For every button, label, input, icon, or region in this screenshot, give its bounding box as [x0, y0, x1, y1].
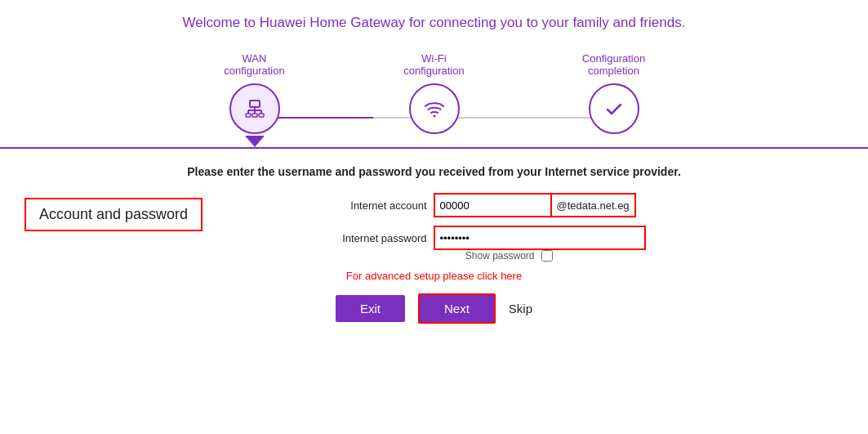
buttons-row: Exit Next Skip	[336, 293, 532, 324]
step-wifi: Wi-Ficonfiguration	[345, 47, 524, 147]
password-input[interactable]	[434, 226, 646, 250]
password-field-row: Internet password	[321, 226, 646, 250]
account-label: Internet account	[321, 199, 427, 212]
account-input[interactable]	[434, 193, 552, 217]
steps-row: WANconfiguration	[149, 47, 720, 147]
step-wan-icon-wrapper	[229, 83, 280, 134]
step-wifi-icon-wrapper	[409, 83, 460, 134]
check-icon	[601, 96, 627, 122]
show-password-checkbox[interactable]	[541, 250, 553, 262]
svg-rect-6	[246, 114, 251, 117]
step-wan: WANconfiguration	[165, 47, 345, 147]
step-completion: Configurationcompletion	[524, 47, 704, 147]
svg-point-9	[433, 115, 435, 118]
show-password-row: Show password	[429, 250, 553, 262]
password-label: Internet password	[321, 232, 427, 244]
wan-icon	[242, 96, 268, 122]
svg-rect-8	[259, 114, 264, 117]
step-wan-label: WANconfiguration	[224, 47, 284, 77]
svg-rect-0	[250, 101, 260, 107]
header-title: Welcome to Huawei Home Gateway for conne…	[0, 0, 868, 39]
step-wan-pointer	[245, 136, 265, 147]
instruction-text: Please enter the username and password y…	[187, 165, 681, 178]
step-completion-icon-wrapper	[589, 83, 639, 134]
skip-button[interactable]: Skip	[509, 302, 532, 315]
exit-button[interactable]: Exit	[336, 295, 405, 322]
advanced-setup-link[interactable]: For advanced setup please click here	[346, 270, 522, 282]
account-input-group: @tedata.net.eg	[434, 193, 636, 217]
next-button[interactable]: Next	[418, 293, 496, 324]
page-wrapper: Welcome to Huawei Home Gateway for conne…	[0, 0, 868, 434]
svg-rect-7	[252, 114, 257, 117]
show-password-label: Show password	[429, 250, 535, 262]
step-completion-label: Configurationcompletion	[582, 47, 645, 77]
form-section: Account and password Please enter the us…	[0, 149, 868, 324]
form-fields: Internet account @tedata.net.eg Internet…	[321, 193, 646, 250]
step-wifi-label: Wi-Ficonfiguration	[403, 47, 464, 77]
steps-container: WANconfiguration	[0, 39, 868, 147]
wifi-icon	[421, 96, 447, 122]
account-field-row: Internet account @tedata.net.eg	[321, 193, 636, 217]
account-password-label-box: Account and password	[24, 198, 203, 231]
account-suffix: @tedata.net.eg	[552, 193, 636, 217]
